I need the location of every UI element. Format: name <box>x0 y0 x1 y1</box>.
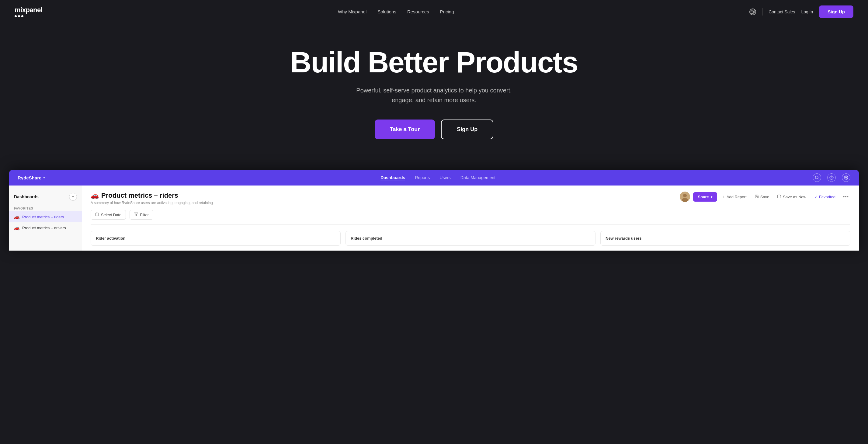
favorites-label: FAVORITES <box>9 204 82 211</box>
card-rides-completed: Rides completed <box>345 231 595 246</box>
app-nav-data-management[interactable]: Data Management <box>461 175 495 180</box>
svg-marker-14 <box>134 213 138 216</box>
sidebar-title: Dashboards <box>14 194 39 199</box>
logo-text: mixpanel <box>14 6 42 14</box>
login-link[interactable]: Log In <box>801 9 813 14</box>
hero-subtitle: Powerful, self-serve product analytics t… <box>12 86 856 105</box>
svg-rect-10 <box>96 213 99 216</box>
app-brand[interactable]: RydeShare ▾ <box>18 175 45 180</box>
settings-icon[interactable] <box>842 173 850 182</box>
add-dashboard-button[interactable]: + <box>69 193 77 201</box>
contact-sales-link[interactable]: Contact Sales <box>769 9 795 14</box>
save-icon <box>754 194 759 199</box>
dashboard-title-area: 🚗 Product metrics – riders A summary of … <box>91 192 213 205</box>
help-icon[interactable] <box>827 173 836 182</box>
svg-point-8 <box>683 194 687 197</box>
dashboard-title-icon: 🚗 <box>91 192 99 199</box>
nav-right: Contact Sales Log In Sign Up <box>749 5 854 18</box>
calendar-icon <box>95 212 99 217</box>
signup-button[interactable]: Sign Up <box>819 5 854 18</box>
plus-icon: + <box>723 194 725 199</box>
app-nav-dashboards[interactable]: Dashboards <box>380 175 405 181</box>
card-rides-completed-title: Rides completed <box>351 236 590 241</box>
logo: mixpanel <box>14 6 42 17</box>
toolbar: Select Date Filter <box>91 210 850 225</box>
share-button[interactable]: Share ▾ <box>693 192 717 202</box>
globe-icon[interactable] <box>749 8 756 15</box>
more-options-button[interactable]: ••• <box>841 192 850 201</box>
app-nav-links: Dashboards Reports Users Data Management <box>63 175 813 180</box>
hero-signup-button[interactable]: Sign Up <box>441 120 493 139</box>
card-rider-activation-title: Rider activation <box>96 236 336 241</box>
share-caret-icon: ▾ <box>711 195 712 198</box>
filter-button[interactable]: Filter <box>130 210 153 220</box>
nav-link-why[interactable]: Why Mixpanel <box>338 9 367 14</box>
nav-link-solutions[interactable]: Solutions <box>377 9 396 14</box>
select-date-button[interactable]: Select Date <box>91 210 126 220</box>
sidebar: Dashboards + FAVORITES 🚗 Product metrics… <box>9 186 82 251</box>
app-nav-users[interactable]: Users <box>439 175 451 180</box>
sidebar-header: Dashboards + <box>9 190 82 204</box>
brand-caret-icon: ▾ <box>43 176 45 180</box>
hero-section: Build Better Products Powerful, self-ser… <box>0 24 868 158</box>
sidebar-item-riders[interactable]: 🚗 Product metrics – riders <box>9 211 82 222</box>
take-tour-button[interactable]: Take a Tour <box>375 120 435 139</box>
add-report-button[interactable]: + Add Report <box>720 192 749 201</box>
svg-point-2 <box>815 176 818 179</box>
navigation: mixpanel Why Mixpanel Solutions Resource… <box>0 0 868 24</box>
dashboard-title: 🚗 Product metrics – riders <box>91 192 213 199</box>
app-preview: RydeShare ▾ Dashboards Reports Users Dat… <box>9 170 859 251</box>
dashboard-subtitle: A summary of how RydeShare users are act… <box>91 201 213 205</box>
hero-title: Build Better Products <box>12 48 856 77</box>
nav-link-pricing[interactable]: Pricing <box>440 9 454 14</box>
card-new-rewards-title: New rewards users <box>606 236 845 241</box>
avatar <box>680 192 690 202</box>
card-rider-activation: Rider activation <box>91 231 341 246</box>
cards-row: Rider activation Rides completed New rew… <box>91 231 850 246</box>
app-topbar-right <box>813 173 850 182</box>
check-icon: ✓ <box>814 195 817 199</box>
save-as-icon <box>777 194 781 199</box>
svg-line-3 <box>818 179 819 180</box>
favorited-button[interactable]: ✓ Favorited <box>812 193 838 201</box>
app-body: Dashboards + FAVORITES 🚗 Product metrics… <box>9 186 859 251</box>
main-content: 🚗 Product metrics – riders A summary of … <box>82 186 859 251</box>
hero-buttons: Take a Tour Sign Up <box>12 120 856 139</box>
nav-divider <box>762 8 763 15</box>
sidebar-item-riders-label: Product metrics – riders <box>22 215 64 219</box>
save-as-new-button[interactable]: Save as New <box>775 192 809 201</box>
nav-link-resources[interactable]: Resources <box>407 9 429 14</box>
search-icon[interactable] <box>813 173 821 182</box>
nav-links: Why Mixpanel Solutions Resources Pricing <box>338 9 454 14</box>
dashboard-actions: Share ▾ + Add Report Save <box>680 192 850 202</box>
card-new-rewards-users: New rewards users <box>600 231 850 246</box>
dashboard-header: 🚗 Product metrics – riders A summary of … <box>91 192 850 205</box>
logo-dots <box>14 15 42 17</box>
riders-icon: 🚗 <box>14 214 20 220</box>
drivers-icon: 🚗 <box>14 225 20 230</box>
save-button[interactable]: Save <box>752 192 772 201</box>
filter-icon <box>134 212 138 217</box>
sidebar-item-drivers[interactable]: 🚗 Product metrics – drivers <box>9 222 82 233</box>
sidebar-item-drivers-label: Product metrics – drivers <box>22 226 66 230</box>
app-topbar: RydeShare ▾ Dashboards Reports Users Dat… <box>9 170 859 186</box>
svg-point-6 <box>845 177 847 178</box>
app-nav-reports[interactable]: Reports <box>415 175 430 180</box>
